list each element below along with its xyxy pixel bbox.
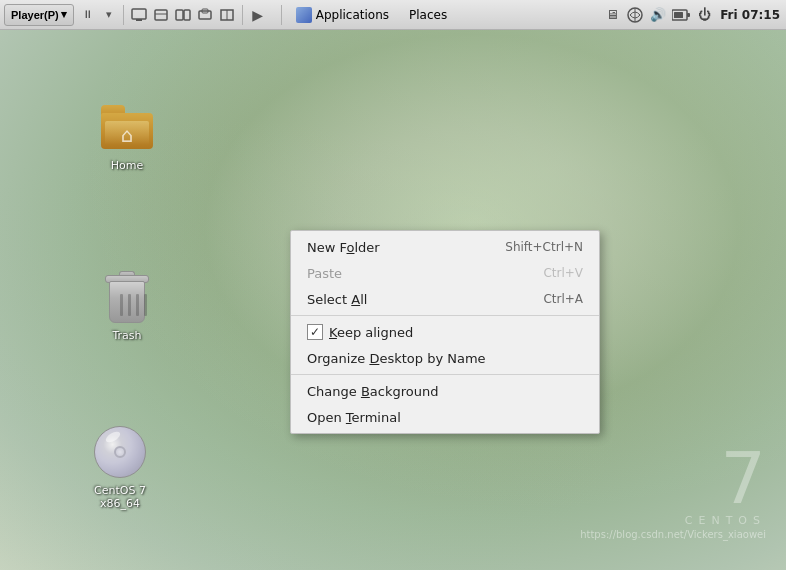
home-label: Home (111, 159, 143, 172)
select-all-label: Select All (307, 292, 543, 307)
svg-rect-6 (199, 11, 211, 19)
svg-rect-14 (674, 12, 683, 18)
centos-url: https://blog.csdn.net/Vickers_xiaowei (580, 529, 766, 540)
menu-item-keep-aligned[interactable]: Keep aligned (291, 319, 599, 345)
panel-icon-screen3[interactable] (194, 4, 216, 26)
keep-aligned-label: Keep aligned (329, 325, 583, 340)
context-menu: New Folder Shift+Ctrl+N Paste Ctrl+V Sel… (290, 230, 600, 434)
new-folder-label: New Folder (307, 240, 505, 255)
desktop-icon-home[interactable]: ⌂ Home (87, 95, 167, 176)
shutdown-icon[interactable]: ⏻ (694, 5, 714, 25)
menu-sep-1 (291, 315, 599, 316)
svg-rect-5 (184, 10, 190, 20)
player-dropdown-icon: ▾ (61, 8, 67, 21)
panel-left: Player(P) ▾ ⏸ ▾ (0, 4, 269, 26)
menu-item-paste[interactable]: Paste Ctrl+V (291, 260, 599, 286)
desktop: Player(P) ▾ ⏸ ▾ (0, 0, 786, 570)
desktop-icon-centos[interactable]: CentOS 7 x86_64 (80, 420, 160, 514)
applications-menu[interactable]: Applications (286, 2, 399, 28)
player-dropdown-2[interactable]: ▾ (99, 5, 119, 25)
menu-item-select-all[interactable]: Select All Ctrl+A (291, 286, 599, 312)
network-icon[interactable]: 🖥 (602, 5, 622, 25)
trash-lines (120, 294, 147, 316)
folder-body: ⌂ (101, 113, 153, 149)
centos-cd-label: CentOS 7 x86_64 (84, 484, 156, 510)
select-all-shortcut: Ctrl+A (543, 292, 583, 306)
new-folder-shortcut: Shift+Ctrl+N (505, 240, 583, 254)
keep-aligned-checkbox[interactable] (307, 324, 323, 340)
places-label: Places (409, 8, 447, 22)
trash-body (109, 281, 145, 323)
svg-rect-0 (132, 9, 146, 19)
menu-item-new-folder[interactable]: New Folder Shift+Ctrl+N (291, 234, 599, 260)
battery-icon[interactable] (671, 5, 691, 25)
applications-label: Applications (316, 8, 389, 22)
desktop-icon-trash[interactable]: Trash (87, 265, 167, 346)
svg-rect-1 (136, 19, 142, 21)
centos-watermark: 7 CENTOS https://blog.csdn.net/Vickers_x… (580, 442, 766, 540)
svg-rect-13 (687, 13, 690, 17)
paste-shortcut: Ctrl+V (543, 266, 583, 280)
panel-apps-section: Applications Places (277, 2, 457, 28)
open-terminal-label: Open Terminal (307, 410, 583, 425)
svg-rect-2 (155, 10, 167, 20)
top-panel: Player(P) ▾ ⏸ ▾ (0, 0, 786, 30)
sound-icon[interactable]: 🔊 (648, 5, 668, 25)
panel-icon-screen2[interactable] (172, 4, 194, 26)
player-controls: ⏸ ▾ (78, 5, 119, 25)
paste-label: Paste (307, 266, 543, 281)
panel-icon-screen4[interactable] (216, 4, 238, 26)
network2-icon[interactable] (625, 5, 645, 25)
player-icon-1[interactable]: ⏸ (78, 5, 98, 25)
panel-sep-3 (281, 5, 282, 25)
panel-right: 🖥 🔊 ⏻ Fri 0 (602, 5, 786, 25)
home-symbol: ⌂ (121, 125, 134, 145)
centos-brand: CENTOS (580, 514, 766, 527)
panel-sep-1 (123, 5, 124, 25)
menu-item-open-terminal[interactable]: Open Terminal (291, 404, 599, 430)
panel-sep-2 (242, 5, 243, 25)
menu-item-organize-desktop[interactable]: Organize Desktop by Name (291, 345, 599, 371)
places-menu[interactable]: Places (399, 2, 457, 28)
clock-display: Fri 07:15 (720, 8, 780, 22)
svg-rect-4 (176, 10, 183, 20)
panel-icon-display[interactable] (128, 4, 150, 26)
select-all-underline: A (351, 292, 360, 307)
panel-icon-screen1[interactable] (150, 4, 172, 26)
cd-shine (104, 430, 122, 445)
change-background-label: Change Background (307, 384, 583, 399)
home-icon-image: ⌂ (99, 99, 155, 155)
right-icons: 🖥 🔊 ⏻ (602, 5, 714, 25)
player-label: Player(P) (11, 9, 59, 21)
trash-icon-image (99, 269, 155, 325)
panel-extend-icon[interactable]: ▶ (247, 4, 269, 26)
organize-desktop-label: Organize Desktop by Name (307, 351, 583, 366)
menu-item-change-background[interactable]: Change Background (291, 378, 599, 404)
cd-icon-image (92, 424, 148, 480)
apps-icon (296, 7, 312, 23)
cd-hole (114, 446, 126, 458)
centos-number: 7 (580, 442, 766, 514)
trash-label: Trash (112, 329, 141, 342)
new-folder-underline: o (347, 240, 355, 255)
player-button[interactable]: Player(P) ▾ (4, 4, 74, 26)
menu-sep-2 (291, 374, 599, 375)
